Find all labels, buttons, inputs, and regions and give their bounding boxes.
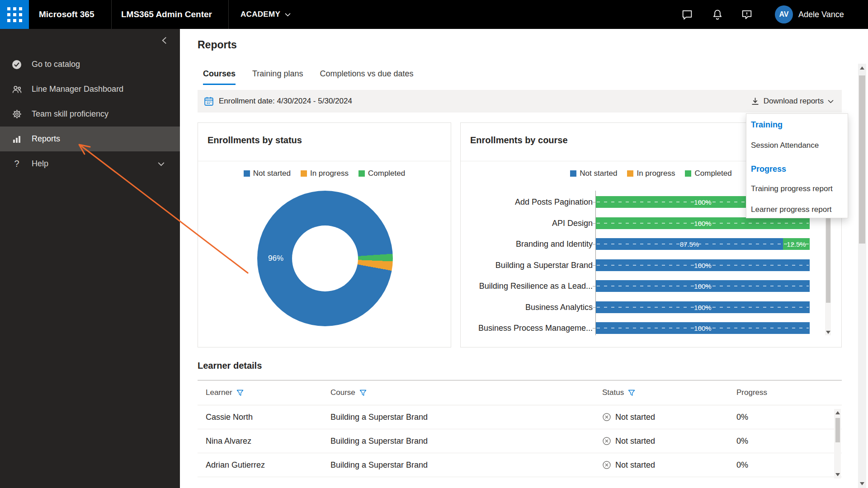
bar-row: API Design 100% bbox=[470, 217, 833, 229]
filter-icon[interactable] bbox=[359, 389, 367, 396]
user-name[interactable]: Adele Vance bbox=[798, 0, 844, 29]
sidebar-item-line-manager-dashboard[interactable]: Line Manager Dashboard bbox=[0, 77, 180, 102]
enrollment-date-filter[interactable]: Enrollment date: 4/30/2024 - 5/30/2024 bbox=[204, 96, 352, 106]
bar-row: Business Process Manageme... 100% bbox=[470, 322, 833, 334]
not-started-icon bbox=[602, 460, 611, 469]
table-row[interactable]: Cassie North Building a Superstar Brand … bbox=[198, 405, 842, 429]
learner-cell: Adrian Gutierrez bbox=[198, 460, 330, 470]
scroll-down-icon[interactable] bbox=[860, 482, 864, 485]
bar-chart-icon bbox=[11, 133, 23, 145]
people-icon bbox=[11, 84, 23, 95]
bar-segment[interactable]: 100% bbox=[596, 322, 810, 334]
not-started-icon bbox=[602, 436, 611, 446]
scroll-up-icon[interactable] bbox=[835, 411, 840, 414]
download-reports-button[interactable]: Download reports bbox=[751, 97, 834, 106]
table-row[interactable]: Nina Alvarez Building a Superstar Brand … bbox=[198, 429, 842, 453]
scroll-down-icon[interactable] bbox=[835, 473, 840, 476]
column-label: Course bbox=[330, 388, 355, 397]
enrollments-by-status-card: Enrollments by status Not started In pro… bbox=[198, 122, 451, 347]
bell-icon[interactable] bbox=[711, 8, 724, 21]
status-cell: Not started bbox=[602, 436, 736, 446]
status-cell: Not started bbox=[602, 460, 736, 470]
status-donut[interactable]: 96% bbox=[257, 191, 393, 326]
sidebar-item-label: Reports bbox=[32, 134, 60, 144]
table-row[interactable]: Adrian Gutierrez Building a Superstar Br… bbox=[198, 453, 842, 477]
column-label: Progress bbox=[736, 388, 767, 397]
sidebar-item-help[interactable]: ? Help bbox=[0, 151, 180, 176]
filter-icon[interactable] bbox=[628, 389, 635, 396]
sidebar-item-label: Help bbox=[32, 159, 48, 169]
tab-bar: Courses Training plans Completions vs du… bbox=[203, 69, 414, 85]
column-header-status[interactable]: Status bbox=[602, 388, 736, 397]
column-header-course[interactable]: Course bbox=[330, 388, 602, 397]
bar-category-label: Branding and Identity bbox=[470, 239, 593, 249]
skill-gear-icon bbox=[11, 108, 23, 120]
avatar[interactable]: AV bbox=[775, 5, 793, 23]
sidebar-item-label: Team skill proficiency bbox=[32, 109, 108, 119]
menu-item-training-progress-report[interactable]: Training progress report bbox=[751, 183, 845, 195]
bar-segment[interactable]: 100% bbox=[596, 301, 810, 313]
bar-value-label: 100% bbox=[596, 261, 810, 269]
legend-label: In progress bbox=[310, 169, 349, 178]
legend-swatch-in-progress bbox=[301, 170, 307, 177]
filter-icon[interactable] bbox=[236, 389, 244, 396]
legend-item: In progress bbox=[627, 169, 675, 178]
bar-segment[interactable]: 12.5% bbox=[783, 238, 810, 250]
progress-cell: 0% bbox=[736, 413, 842, 422]
progress-cell: 0% bbox=[736, 436, 842, 446]
scrollbar-thumb[interactable] bbox=[835, 418, 840, 442]
bar-row: Branding and Identity 87.5% 12.5% bbox=[470, 238, 833, 250]
scroll-down-icon[interactable] bbox=[826, 331, 830, 334]
topbar-divider bbox=[228, 0, 229, 29]
feedback-icon[interactable] bbox=[741, 8, 753, 21]
sidebar-collapse-button[interactable] bbox=[158, 34, 170, 46]
download-reports-menu: Training Session Attendance Progress Tra… bbox=[746, 113, 848, 218]
legend-swatch-completed bbox=[685, 170, 691, 177]
learner-details-table: Learner Course Status Progress Cassie No… bbox=[198, 380, 842, 477]
app-title[interactable]: LMS365 Admin Center bbox=[121, 0, 212, 29]
bar-row: Building a Superstar Brand 100% bbox=[470, 259, 833, 271]
tab-courses[interactable]: Courses bbox=[203, 69, 236, 85]
sidebar-item-label: Line Manager Dashboard bbox=[32, 84, 123, 94]
tab-completions-vs-due-dates[interactable]: Completions vs due dates bbox=[320, 69, 413, 85]
help-icon: ? bbox=[11, 158, 23, 170]
sidebar-item-team-skill-proficiency[interactable]: Team skill proficiency bbox=[0, 102, 180, 127]
bar-segment[interactable]: 100% bbox=[596, 259, 810, 271]
chevron-down-icon[interactable] bbox=[158, 159, 165, 169]
donut-slice-label: 96% bbox=[264, 254, 288, 263]
course-cell: Building a Superstar Brand bbox=[330, 460, 602, 470]
column-label: Learner bbox=[206, 388, 232, 397]
course-cell: Building a Superstar Brand bbox=[330, 436, 602, 446]
scroll-up-icon[interactable] bbox=[860, 66, 864, 70]
menu-item-learner-progress-report[interactable]: Learner progress report bbox=[751, 203, 845, 216]
bar-segment[interactable]: 100% bbox=[596, 280, 810, 292]
bar-segment[interactable]: 100% bbox=[596, 217, 810, 229]
page-scrollbar[interactable] bbox=[858, 64, 866, 488]
status-donut-hole bbox=[292, 225, 358, 291]
status-label: Not started bbox=[615, 460, 655, 470]
app-launcher-button[interactable] bbox=[0, 0, 29, 29]
bar-category-label: Building a Superstar Brand bbox=[470, 260, 593, 270]
bar-value-label: 100% bbox=[596, 324, 810, 332]
sidebar-item-go-to-catalog[interactable]: Go to catalog bbox=[0, 52, 180, 77]
table-header-row: Learner Course Status Progress bbox=[198, 380, 842, 405]
brand-title[interactable]: Microsoft 365 bbox=[39, 0, 94, 29]
bar-segment[interactable]: 87.5% bbox=[596, 238, 783, 250]
download-reports-label: Download reports bbox=[764, 97, 824, 106]
bar-category-label: Building Resilience as a Lead... bbox=[470, 282, 593, 291]
table-scrollbar[interactable] bbox=[834, 409, 841, 479]
chat-icon[interactable] bbox=[681, 8, 693, 21]
column-header-learner[interactable]: Learner bbox=[198, 388, 330, 397]
menu-item-session-attendance[interactable]: Session Attendance bbox=[751, 139, 845, 152]
sidebar-item-reports[interactable]: Reports bbox=[0, 127, 180, 151]
legend-swatch-not-started bbox=[244, 170, 250, 177]
org-switcher[interactable]: ACADEMY bbox=[241, 0, 291, 29]
legend-item: Completed bbox=[685, 169, 731, 178]
bar-track: 100% bbox=[596, 217, 810, 229]
tab-training-plans[interactable]: Training plans bbox=[252, 69, 303, 85]
page-title: Reports bbox=[198, 39, 237, 51]
progress-cell: 0% bbox=[736, 460, 842, 470]
bar-value-label: 100% bbox=[596, 282, 810, 290]
bar-track: 100% bbox=[596, 322, 810, 334]
scrollbar-thumb[interactable] bbox=[859, 75, 865, 244]
